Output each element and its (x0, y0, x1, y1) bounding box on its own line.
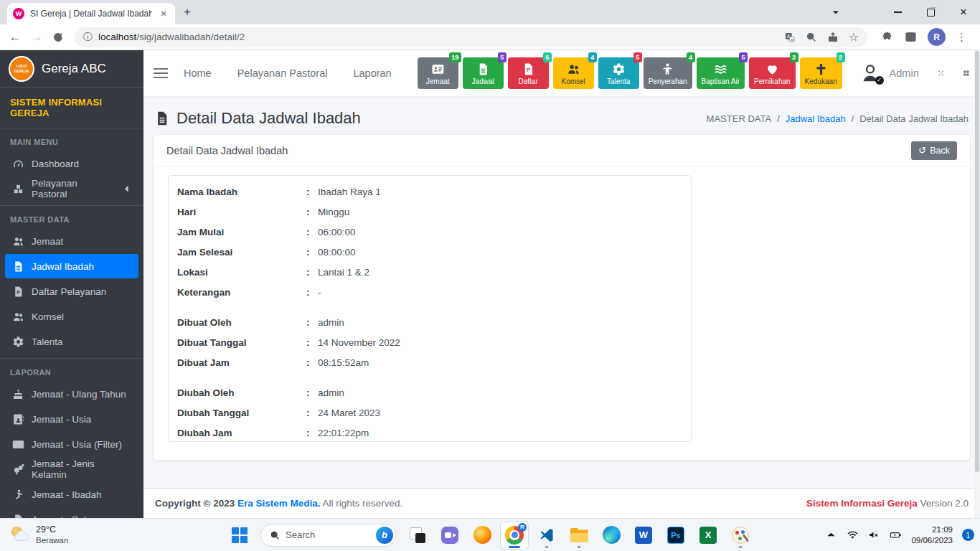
sidebar-section-laporan: LAPORAN (0, 358, 143, 381)
document-icon (155, 110, 169, 127)
badge-count: 4 (588, 52, 597, 62)
taskbar-app-paint[interactable] (726, 521, 755, 550)
extensions-puzzle-icon[interactable] (882, 31, 894, 43)
tab-search-chevron-icon[interactable] (819, 0, 852, 24)
sidebar-item-label: Komsel (32, 311, 64, 322)
site-info-icon[interactable]: ⓘ (83, 31, 93, 44)
user-avatar-icon (859, 62, 882, 84)
forward-icon[interactable]: → (27, 28, 46, 47)
translate-icon[interactable]: Aa (784, 32, 796, 43)
zoom-out-icon[interactable] (806, 32, 817, 43)
taskbar-clock[interactable]: 21:09 09/06/2023 (911, 524, 953, 546)
reload-icon[interactable] (49, 28, 67, 47)
browser-profile-avatar[interactable] (928, 28, 946, 46)
detail-row-jam-mulai: Jam Mulai06:00:00 (177, 222, 682, 242)
app-button-jemaat[interactable]: 19 Jemaat (418, 57, 458, 89)
hamburger-menu-icon[interactable] (154, 68, 168, 78)
app-button-pernikahan[interactable]: 3 Pernikahan (749, 57, 796, 89)
sidebar-item-jadwal-ibadah[interactable]: Jadwal Ibadah (5, 254, 138, 278)
grid-apps-icon[interactable] (963, 66, 970, 80)
notification-count-badge[interactable]: 1 (962, 529, 974, 541)
firefox-icon (473, 526, 491, 544)
back-icon[interactable]: ← (6, 28, 24, 47)
sidebar-item-jemaat[interactable]: Jemaat (5, 229, 138, 253)
taskbar-app-vscode[interactable] (532, 521, 561, 550)
browser-menu-icon[interactable] (956, 31, 967, 44)
volume-muted-icon[interactable] (868, 529, 880, 541)
weather-widget[interactable]: 29°CBerawan (7, 519, 72, 551)
browser-toolbar: ← → ⓘ localhost/sig/jadwalibadah/detail/… (0, 24, 980, 50)
sidebar-subtitle: SISTEM INFORMASI GEREJA (0, 88, 143, 128)
chevron-left-icon (123, 184, 131, 193)
window-restore-button[interactable] (914, 0, 947, 24)
fullscreen-expand-icon[interactable] (938, 66, 945, 80)
child-icon (661, 62, 674, 76)
taskbar-app-square[interactable] (403, 521, 432, 550)
breadcrumb-jadwal-ibadah[interactable]: Jadwal Ibadah (771, 113, 845, 124)
window-minimize-button[interactable] (881, 0, 914, 24)
user-menu[interactable]: Admin (859, 62, 919, 84)
taskbar-app-edge[interactable] (597, 521, 626, 550)
file-lines-icon (12, 260, 24, 273)
app-button-kedukaan[interactable]: 2 Kedukaan (800, 57, 842, 89)
clock-date: 09/06/2023 (911, 535, 953, 546)
app-button-jadwal[interactable]: 5 Jadwal (463, 57, 504, 89)
tab-close-icon[interactable] (158, 8, 169, 19)
app-button-daftar[interactable]: 6 P Daftar (508, 57, 549, 89)
sidebar-item-daftar-pelayanan[interactable]: P Daftar Pelayanan (5, 279, 138, 303)
main-column: Home Pelayanan Pastoral Laporan 19 Jemaa… (143, 50, 980, 518)
app-button-komsel[interactable]: 4 Komsel (553, 57, 594, 89)
sidebar-item-jemaat-usia-filter[interactable]: Jemaat - Usia (Filter) (5, 432, 138, 456)
detail-row-diubah-oleh: Diubah Olehadmin (177, 382, 682, 402)
side-panel-icon[interactable] (905, 31, 917, 43)
taskbar-search[interactable]: Search (260, 524, 397, 547)
browser-tab[interactable]: SI Gereja | Detail Jadwal Ibadah (7, 3, 175, 24)
start-button[interactable] (225, 521, 254, 550)
card-header: Detail Data Jadwal Ibadah Back (154, 135, 970, 166)
scrollbar-thumb[interactable] (975, 51, 979, 472)
taskbar-app-photoshop[interactable] (661, 521, 690, 550)
navbar-link-laporan[interactable]: Laporan (353, 67, 391, 79)
page-scrollbar[interactable] (974, 50, 980, 518)
sidebar-item-dashboard[interactable]: Dashboard (5, 151, 138, 176)
taskbar-app-firefox[interactable] (468, 521, 496, 550)
battery-icon[interactable] (890, 529, 902, 541)
bing-chat-icon[interactable] (376, 527, 393, 544)
share-icon[interactable] (827, 32, 839, 43)
app-button-penyerahan[interactable]: 4 Penyerahan (644, 57, 692, 89)
wifi-icon[interactable] (847, 529, 859, 541)
detail-row-jam-selesai: Jam Selesai08:00:00 (177, 242, 682, 262)
taskbar-app-word[interactable] (629, 521, 658, 550)
sidebar-item-jemaat-ulang-tahun[interactable]: Jemaat - Ulang Tahun (5, 382, 138, 406)
app-button-talenta[interactable]: 5 Talenta (598, 57, 639, 89)
sidebar-brand[interactable]: LOGO GEREJA Gereja ABC (0, 50, 143, 88)
sidebar-item-label: Jemaat (32, 236, 63, 247)
sidebar-item-jemaat-jenis-kelamin[interactable]: Jemaat - Jenis Kelamin (5, 457, 138, 481)
back-button[interactable]: Back (911, 141, 957, 160)
taskbar-app-excel[interactable] (694, 521, 722, 550)
sidebar-section-master-data: MASTER DATA (0, 205, 143, 228)
clock-time: 21:09 (911, 524, 953, 535)
address-bar[interactable]: ⓘ localhost/sig/jadwalibadah/detail/2 Aa… (75, 27, 867, 47)
breadcrumb-current: Detail Data Jadwal Ibadah (846, 113, 969, 124)
card-body: Nama IbadahIbadah Raya 1 HariMinggu Jam … (154, 166, 970, 451)
taskbar-app-explorer[interactable] (565, 521, 593, 550)
new-tab-button[interactable] (184, 5, 191, 19)
bookmark-star-icon[interactable]: ☆ (849, 30, 859, 44)
sidebar-item-komsel[interactable]: Komsel (5, 304, 138, 329)
sidebar-item-talenta[interactable]: Talenta (5, 329, 138, 354)
navbar-link-home[interactable]: Home (184, 67, 212, 79)
sidebar-item-jemaat-ibadah[interactable]: Jemaat - Ibadah (5, 482, 138, 507)
navbar-link-pelayanan-pastoral[interactable]: Pelayanan Pastoral (237, 67, 328, 79)
taskbar-app-chat[interactable] (435, 521, 464, 550)
id-card-icon (431, 62, 445, 76)
app-button-baptisan-air[interactable]: 5 Baptisan Air (697, 57, 745, 89)
footer-brand-link[interactable]: Era Sistem Media. (237, 498, 321, 509)
taskbar-app-chrome[interactable] (500, 521, 529, 550)
sidebar-item-jemaat-usia[interactable]: Jemaat - Usia (5, 407, 138, 431)
sidebar-item-jemaat-pelayanan[interactable]: P Jemaat - Pelayanan (5, 507, 138, 518)
sidebar-item-pelayanan-pastoral[interactable]: Pelayanan Pastoral (5, 176, 138, 201)
tray-chevron-up-icon[interactable] (825, 529, 837, 541)
heart-icon (765, 62, 779, 76)
window-close-button[interactable] (947, 0, 980, 24)
